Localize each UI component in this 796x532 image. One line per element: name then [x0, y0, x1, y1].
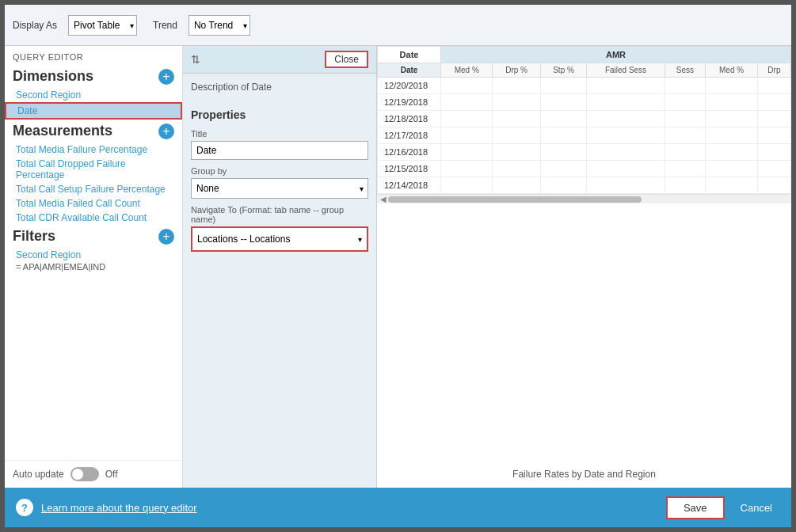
dimension-date[interactable]: Date [5, 102, 182, 120]
bottom-bar: ? Learn more about the query editor Save… [5, 488, 791, 527]
pivot-table: Date AMR Date Med % Drp % Stp % Failed S… [377, 46, 791, 194]
date-cell-1: 12/19/2018 [378, 94, 441, 111]
learn-more-link[interactable]: Learn more about the query editor [41, 502, 197, 514]
title-field-label: Title [191, 129, 368, 139]
table-row: 12/20/2018 [378, 78, 791, 94]
save-button[interactable]: Save [666, 496, 725, 519]
group-by-label: Group by [191, 166, 368, 176]
sub-med-pct: Med % [441, 63, 493, 78]
display-as-label: Display As [13, 20, 57, 31]
trend-select-wrapper: No Trend [189, 15, 250, 36]
right-panel: Date AMR Date Med % Drp % Stp % Failed S… [377, 46, 791, 488]
query-editor-panel: QUERY EDITOR Dimensions + Second Region … [5, 46, 183, 488]
cell-0-6 [706, 78, 757, 94]
sub-drp: Drp [757, 63, 790, 78]
measurement-item-4[interactable]: Total CDR Available Call Count [5, 211, 182, 225]
group-by-select[interactable]: None [191, 178, 368, 199]
table-row: 12/14/2018 [378, 177, 791, 194]
cancel-button[interactable]: Cancel [733, 498, 780, 518]
sub-header-row: Date Med % Drp % Stp % Failed Sess Sess … [378, 63, 791, 78]
sort-icon[interactable]: ⇅ [191, 53, 200, 66]
sub-med-pct-2: Med % [706, 63, 757, 78]
cell-0-4 [587, 78, 665, 94]
filters-title: Filters [13, 228, 55, 245]
description-section: Description of Date [183, 74, 376, 101]
table-row: 12/19/2018 [378, 94, 791, 111]
dimension-second-region[interactable]: Second Region [5, 88, 182, 102]
amr-column-header: AMR [441, 47, 791, 63]
scroll-indicator: ◀ [377, 194, 791, 203]
date-cell-0: 12/20/2018 [378, 78, 441, 94]
trend-select[interactable]: No Trend [189, 15, 250, 36]
sub-sess: Sess [665, 63, 706, 78]
properties-section: Properties Title Group by None Navigate … [183, 101, 376, 488]
date-cell-5: 12/15/2018 [378, 161, 441, 177]
measurement-item-3[interactable]: Total Media Failed Call Count [5, 196, 182, 211]
description-text: Description of Date [191, 82, 272, 93]
query-editor-title: QUERY EDITOR [5, 46, 182, 65]
toggle-off-label: Off [105, 469, 118, 480]
sub-stp-pct: Stp % [540, 63, 587, 78]
chart-title: Failure Rates by Date and Region [377, 461, 791, 488]
date-cell-4: 12/16/2018 [378, 144, 441, 161]
cell-0-3 [540, 78, 587, 94]
display-as-select[interactable]: Pivot Table [68, 15, 137, 36]
table-row: 12/17/2018 [378, 127, 791, 144]
filters-header: Filters + [5, 225, 182, 248]
sub-drp-pct: Drp % [493, 63, 540, 78]
title-input[interactable] [191, 141, 368, 160]
filter-eq-value: = APA|AMR|EMEA|IND [5, 262, 182, 275]
filter-second-region[interactable]: Second Region [5, 248, 182, 262]
trend-label: Trend [153, 20, 177, 31]
navigate-to-select[interactable]: Locations -- Locations [192, 228, 367, 250]
date-cell-6: 12/14/2018 [378, 177, 441, 194]
display-as-select-wrapper: Pivot Table [68, 15, 137, 36]
add-dimension-button[interactable]: + [158, 69, 174, 85]
auto-update-label: Auto update [13, 469, 64, 480]
cell-0-2 [493, 78, 540, 94]
date-column-header: Date [378, 47, 441, 63]
auto-update-toggle[interactable] [70, 467, 99, 481]
middle-panel-header: ⇅ Close [183, 46, 376, 74]
table-area: Date AMR Date Med % Drp % Stp % Failed S… [377, 46, 791, 461]
cell-0-7 [757, 78, 790, 94]
sub-failed-sess: Failed Sess [587, 63, 665, 78]
add-filter-button[interactable]: + [158, 229, 174, 245]
measurement-item-1[interactable]: Total Call Dropped Failure Percentage [5, 157, 182, 182]
date-cell-2: 12/18/2018 [378, 111, 441, 127]
add-measurement-button[interactable]: + [158, 124, 174, 139]
col-header-row: Date AMR [378, 47, 791, 63]
scroll-bar[interactable] [388, 196, 642, 203]
navigate-to-select-wrapper: Locations -- Locations [191, 226, 368, 252]
table-row: 12/15/2018 [378, 161, 791, 177]
measurement-item-0[interactable]: Total Media Failure Percentage [5, 142, 182, 157]
table-row: 12/16/2018 [378, 144, 791, 161]
close-button[interactable]: Close [325, 51, 368, 68]
auto-update-bar: Auto update Off [5, 460, 182, 488]
dimensions-header: Dimensions + [5, 65, 182, 88]
toggle-thumb [72, 469, 83, 480]
table-row: 12/18/2018 [378, 111, 791, 127]
group-by-select-wrapper: None [191, 178, 368, 199]
scroll-left-arrow[interactable]: ◀ [379, 195, 388, 203]
measurements-header: Measurements + [5, 120, 182, 142]
date-cell-3: 12/17/2018 [378, 127, 441, 144]
cell-0-5 [665, 78, 706, 94]
properties-title: Properties [191, 108, 368, 121]
measurements-title: Measurements [13, 123, 112, 139]
help-icon[interactable]: ? [16, 499, 33, 516]
middle-panel: ⇅ Close Description of Date Properties T… [183, 46, 377, 488]
navigate-to-label: Navigate To (Format: tab name -- group n… [191, 205, 368, 224]
measurement-item-2[interactable]: Total Call Setup Failure Percentage [5, 182, 182, 196]
date-subheader: Date [378, 63, 441, 78]
dimensions-title: Dimensions [13, 68, 93, 85]
cell-0-1 [441, 78, 493, 94]
